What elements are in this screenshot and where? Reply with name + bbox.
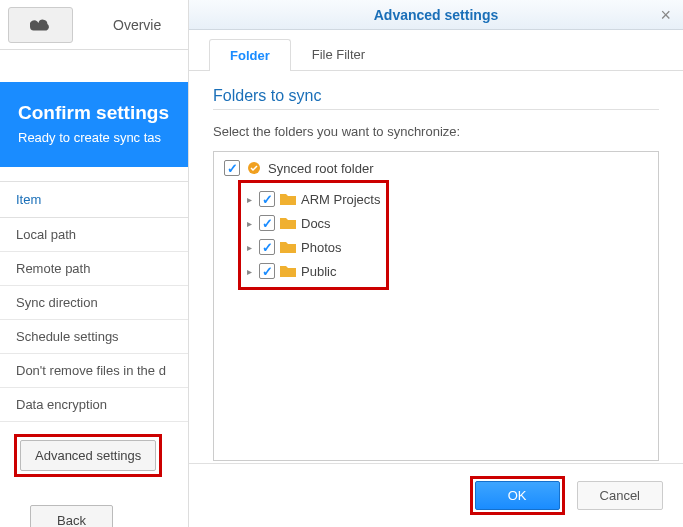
tree-item[interactable]: ▸ Docs [247, 211, 380, 235]
overview-tab[interactable]: Overvie [113, 17, 161, 33]
ok-button[interactable]: OK [475, 481, 560, 510]
folder-icon [279, 264, 297, 278]
tree-item-label: Photos [301, 240, 341, 255]
folder-icon [279, 240, 297, 254]
cancel-button[interactable]: Cancel [577, 481, 663, 510]
tree-root-label: Synced root folder [268, 161, 374, 176]
modal-footer: OK Cancel [189, 463, 683, 527]
folder-icon [279, 216, 297, 230]
checkbox[interactable] [259, 215, 275, 231]
tree-item-label: Public [301, 264, 336, 279]
chevron-right-icon[interactable]: ▸ [247, 218, 255, 229]
tabs: Folder File Filter [189, 38, 683, 71]
advanced-button-highlight: Advanced settings [14, 434, 162, 477]
tab-folder[interactable]: Folder [209, 39, 291, 71]
cloud-icon [30, 17, 52, 33]
tab-file-filter[interactable]: File Filter [291, 38, 386, 70]
folder-tree: Synced root folder ▸ ARM Projects ▸ Docs… [213, 151, 659, 461]
modal-header: Advanced settings × [189, 0, 683, 30]
folder-icon [279, 192, 297, 206]
instruction-text: Select the folders you want to synchroni… [213, 124, 659, 139]
checkbox[interactable] [259, 191, 275, 207]
checkbox[interactable] [259, 263, 275, 279]
tree-item[interactable]: ▸ Public [247, 259, 380, 283]
tree-item[interactable]: ▸ ARM Projects [247, 187, 380, 211]
back-button[interactable]: Back [30, 505, 113, 527]
tree-item[interactable]: ▸ Photos [247, 235, 380, 259]
chevron-right-icon[interactable]: ▸ [247, 266, 255, 277]
modal-title: Advanced settings [374, 7, 498, 23]
chevron-right-icon[interactable]: ▸ [247, 194, 255, 205]
chevron-right-icon[interactable]: ▸ [247, 242, 255, 253]
divider [213, 109, 659, 110]
checkbox[interactable] [259, 239, 275, 255]
tree-item-label: ARM Projects [301, 192, 380, 207]
tree-children-highlight: ▸ ARM Projects ▸ Docs ▸ Photos [238, 180, 389, 290]
checkbox[interactable] [224, 160, 240, 176]
section-title: Folders to sync [213, 87, 659, 105]
tree-root[interactable]: Synced root folder [224, 160, 648, 176]
ok-button-highlight: OK [470, 476, 565, 515]
advanced-settings-modal: Advanced settings × Folder File Filter F… [188, 0, 683, 527]
tree-item-label: Docs [301, 216, 331, 231]
modal-body: Folders to sync Select the folders you w… [189, 71, 683, 477]
advanced-settings-button[interactable]: Advanced settings [20, 440, 156, 471]
sync-folder-icon [245, 161, 263, 175]
close-icon[interactable]: × [660, 5, 671, 26]
cloud-button[interactable] [8, 7, 73, 43]
